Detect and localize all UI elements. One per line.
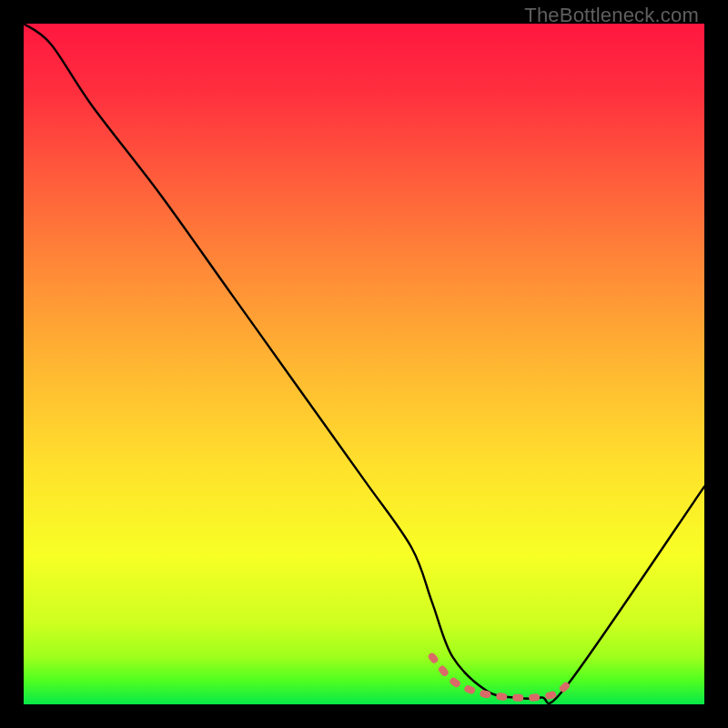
chart-curve-layer <box>24 24 704 704</box>
bottleneck-curve <box>24 24 704 703</box>
bottom-highlight <box>432 657 569 698</box>
watermark-text: TheBottleneck.com <box>524 4 699 27</box>
chart-frame <box>24 24 704 704</box>
